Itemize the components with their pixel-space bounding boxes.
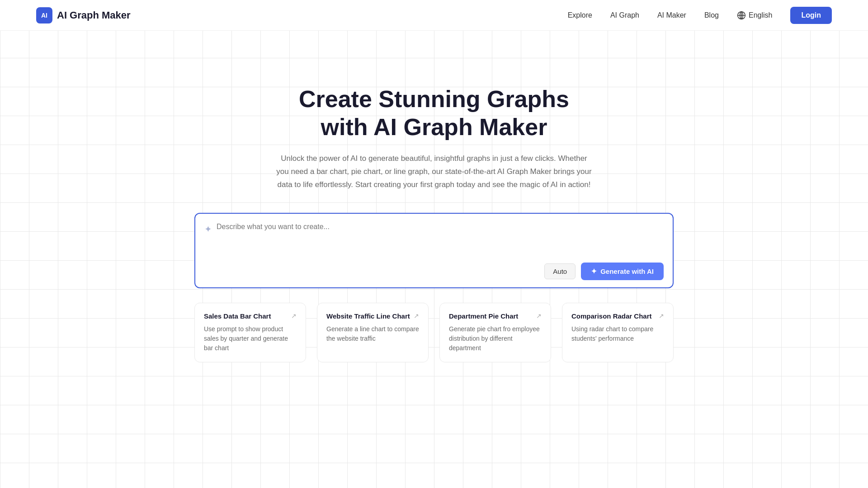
arrow-external-icon: ↗ — [659, 312, 664, 319]
generate-button[interactable]: ✦ Generate with AI — [581, 263, 664, 280]
arrow-external-icon: ↗ — [414, 312, 419, 319]
card-description: Generate a line chart to compare the web… — [326, 324, 419, 343]
main-nav: Explore AI Graph AI Maker Blog English L… — [568, 7, 832, 24]
sparkle-icon: ✦ — [204, 224, 212, 235]
generate-sparkle-icon: ✦ — [591, 267, 597, 276]
prompt-container: ✦ Auto ✦ Generate with AI — [194, 213, 674, 288]
logo[interactable]: AI AI Graph Maker — [36, 7, 131, 23]
card-description: Using radar chart to compare students' p… — [571, 324, 664, 343]
card-title: Department Pie Chart — [449, 312, 518, 320]
hero-section: Create Stunning Graphs with AI Graph Mak… — [276, 85, 592, 191]
logo-icon: AI — [36, 7, 52, 23]
auto-button[interactable]: Auto — [544, 263, 576, 279]
nav-ai-graph[interactable]: AI Graph — [610, 11, 639, 19]
nav-ai-maker[interactable]: AI Maker — [657, 11, 686, 19]
card-header: Comparison Radar Chart ↗ — [571, 312, 664, 320]
hero-title: Create Stunning Graphs with AI Graph Mak… — [276, 85, 592, 141]
card-title: Comparison Radar Chart — [571, 312, 652, 320]
generate-label: Generate with AI — [600, 267, 654, 275]
prompt-input-area: ✦ — [204, 223, 664, 259]
card-header: Department Pie Chart ↗ — [449, 312, 542, 320]
language-selector[interactable]: English — [737, 11, 772, 20]
card-title: Sales Data Bar Chart — [204, 312, 271, 320]
cards-section: Sales Data Bar Chart ↗ Use prompt to sho… — [194, 303, 674, 362]
card-header: Website Traffic Line Chart ↗ — [326, 312, 419, 320]
prompt-footer: Auto ✦ Generate with AI — [204, 263, 664, 280]
login-button[interactable]: Login — [790, 7, 832, 24]
language-label: English — [749, 11, 772, 19]
prompt-textarea[interactable] — [217, 223, 664, 259]
globe-icon — [737, 11, 746, 20]
card-header: Sales Data Bar Chart ↗ — [204, 312, 297, 320]
arrow-external-icon: ↗ — [291, 312, 297, 319]
logo-text: AI Graph Maker — [57, 9, 131, 21]
card-description: Use prompt to show product sales by quar… — [204, 324, 297, 353]
main-content: Create Stunning Graphs with AI Graph Mak… — [0, 31, 868, 362]
card-item[interactable]: Department Pie Chart ↗ Generate pie char… — [439, 303, 551, 362]
nav-blog[interactable]: Blog — [704, 11, 719, 19]
card-item[interactable]: Website Traffic Line Chart ↗ Generate a … — [317, 303, 429, 362]
arrow-external-icon: ↗ — [536, 312, 542, 319]
card-title: Website Traffic Line Chart — [326, 312, 410, 320]
card-item[interactable]: Sales Data Bar Chart ↗ Use prompt to sho… — [194, 303, 306, 362]
navbar: AI AI Graph Maker Explore AI Graph AI Ma… — [0, 0, 868, 31]
card-item[interactable]: Comparison Radar Chart ↗ Using radar cha… — [562, 303, 674, 362]
nav-explore[interactable]: Explore — [568, 11, 592, 19]
hero-subtitle: Unlock the power of AI to generate beaut… — [276, 152, 592, 192]
card-description: Generate pie chart fro employee distribu… — [449, 324, 542, 353]
